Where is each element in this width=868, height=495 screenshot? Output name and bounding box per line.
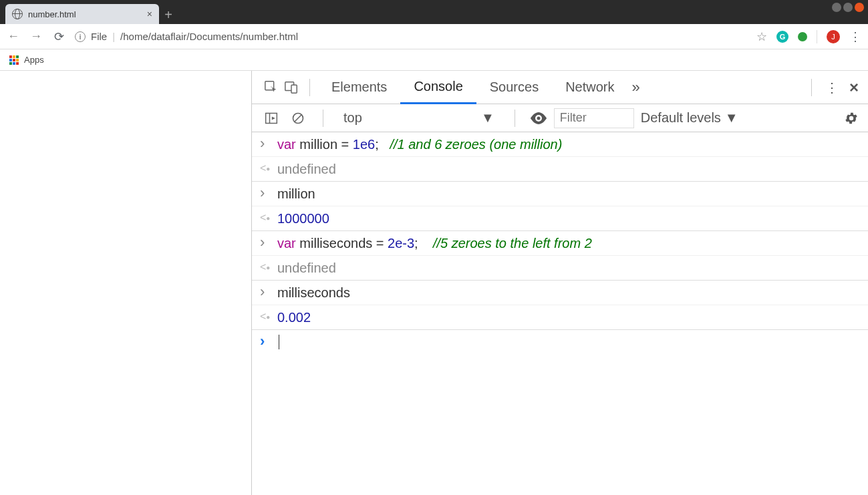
chevron-down-icon: ▼ — [725, 110, 738, 126]
context-label: top — [343, 110, 477, 126]
url-scheme-label: File — [91, 31, 107, 42]
url-separator: | — [112, 31, 115, 42]
toolbar-separator — [515, 110, 515, 127]
reload-button[interactable]: ⟳ — [52, 29, 65, 44]
device-toggle-icon[interactable] — [281, 77, 301, 98]
input-marker-icon: › — [260, 135, 271, 152]
console-output-line: <●undefined — [252, 157, 868, 182]
bookmarks-bar: Apps — [0, 49, 868, 71]
chevron-down-icon: ▼ — [481, 110, 494, 126]
svg-point-8 — [537, 116, 540, 120]
console-output[interactable]: ›var million = 1e6; //1 and 6 zeroes (on… — [252, 132, 868, 495]
svg-marker-5 — [272, 116, 275, 120]
chrome-menu-button[interactable]: ⋮ — [849, 29, 861, 44]
input-marker-icon: › — [260, 184, 271, 202]
devtools-tabs: Elements Console Sources Network » ⋮ × — [252, 71, 868, 104]
console-output-line: <●1000000 — [252, 206, 868, 231]
code-text: var million = 1e6; //1 and 6 zeroes (one… — [277, 135, 562, 154]
grammarly-extension-icon[interactable]: G — [776, 31, 788, 43]
tab-network-label: Network — [565, 79, 614, 95]
prompt-marker-icon: › — [260, 333, 271, 350]
execution-context-selector[interactable]: top ▼ — [338, 110, 500, 126]
log-levels-label: Default levels — [641, 110, 721, 126]
code-text: undefined — [277, 259, 336, 277]
code-text: million — [277, 184, 315, 203]
console-input-line: ›million — [252, 182, 868, 206]
console-prompt[interactable]: › — [252, 330, 868, 354]
tab-sources-label: Sources — [490, 79, 539, 95]
tab-strip: number.html × + — [0, 0, 868, 24]
console-output-line: <●0.002 — [252, 305, 868, 330]
tab-elements-label: Elements — [331, 79, 387, 95]
tabs-overflow-icon[interactable]: » — [632, 79, 640, 96]
bookmark-star-icon[interactable]: ☆ — [756, 29, 767, 44]
browser-tab[interactable]: number.html × — [5, 4, 159, 24]
forward-button[interactable]: → — [29, 29, 43, 43]
toolbar-divider — [817, 30, 817, 43]
console-input-line: ›var million = 1e6; //1 and 6 zeroes (on… — [252, 132, 868, 157]
devtools-menu-button[interactable]: ⋮ — [825, 79, 839, 96]
tab-sources[interactable]: Sources — [476, 71, 552, 104]
page-viewport — [0, 71, 252, 495]
new-tab-button[interactable]: + — [159, 5, 178, 24]
profile-avatar[interactable]: J — [827, 30, 840, 43]
tab-close-button[interactable]: × — [147, 9, 152, 19]
console-sidebar-toggle-icon[interactable] — [261, 108, 281, 128]
svg-rect-2 — [291, 85, 297, 93]
code-text: 1000000 — [277, 209, 329, 228]
console-input-line: ›var milliseconds = 2e-3; //5 zeroes to … — [252, 231, 868, 256]
inspect-element-icon[interactable] — [261, 77, 281, 98]
console-toolbar: top ▼ Default levels ▼ — [252, 104, 868, 132]
output-marker-icon: <● — [260, 259, 271, 277]
url-path: /home/dataflair/Documents/number.html — [120, 31, 298, 42]
devtools-panel: Elements Console Sources Network » ⋮ × t… — [252, 71, 868, 495]
tab-elements[interactable]: Elements — [318, 71, 400, 104]
console-output-line: <●undefined — [252, 256, 868, 281]
devtools-separator — [309, 79, 310, 96]
address-bar: ← → ⟳ i File | /home/dataflair/Documents… — [0, 24, 868, 49]
code-text: milliseconds — [277, 283, 350, 302]
output-marker-icon: <● — [260, 209, 271, 227]
apps-icon[interactable] — [9, 55, 19, 65]
output-marker-icon: <● — [260, 160, 271, 178]
console-input-line: ›milliseconds — [252, 281, 868, 305]
extension-green-icon[interactable] — [798, 32, 807, 41]
input-marker-icon: › — [260, 283, 271, 301]
apps-label[interactable]: Apps — [24, 55, 44, 65]
svg-line-7 — [295, 115, 301, 122]
svg-rect-3 — [266, 113, 277, 123]
window-close-button[interactable] — [855, 3, 864, 12]
code-text: undefined — [277, 160, 336, 178]
tab-console[interactable]: Console — [400, 71, 476, 104]
window-controls — [832, 3, 864, 12]
text-caret — [279, 335, 279, 349]
tab-network[interactable]: Network — [552, 71, 627, 104]
output-marker-icon: <● — [260, 308, 271, 326]
back-button[interactable]: ← — [7, 29, 20, 43]
clear-console-icon[interactable] — [288, 108, 308, 128]
url-field[interactable]: i File | /home/dataflair/Documents/numbe… — [75, 31, 747, 42]
main-area: Elements Console Sources Network » ⋮ × t… — [0, 71, 868, 495]
tab-console-label: Console — [414, 79, 462, 94]
console-settings-icon[interactable] — [844, 111, 859, 126]
toolbar-right: ☆ G J ⋮ — [756, 29, 861, 44]
live-expression-icon[interactable] — [530, 112, 547, 124]
devtools-separator — [811, 79, 812, 96]
log-levels-selector[interactable]: Default levels ▼ — [641, 110, 738, 126]
window-minimize-button[interactable] — [832, 3, 841, 12]
console-filter-input[interactable] — [554, 108, 634, 128]
toolbar-separator — [323, 110, 323, 127]
code-text: var milliseconds = 2e-3; //5 zeroes to t… — [277, 234, 592, 253]
code-text: 0.002 — [277, 308, 311, 327]
window-maximize-button[interactable] — [843, 3, 853, 12]
site-info-icon[interactable]: i — [75, 31, 86, 42]
input-marker-icon: › — [260, 234, 271, 251]
globe-icon — [12, 9, 23, 19]
console-input[interactable] — [277, 333, 279, 351]
devtools-close-button[interactable]: × — [849, 78, 859, 97]
tab-title: number.html — [28, 9, 76, 19]
